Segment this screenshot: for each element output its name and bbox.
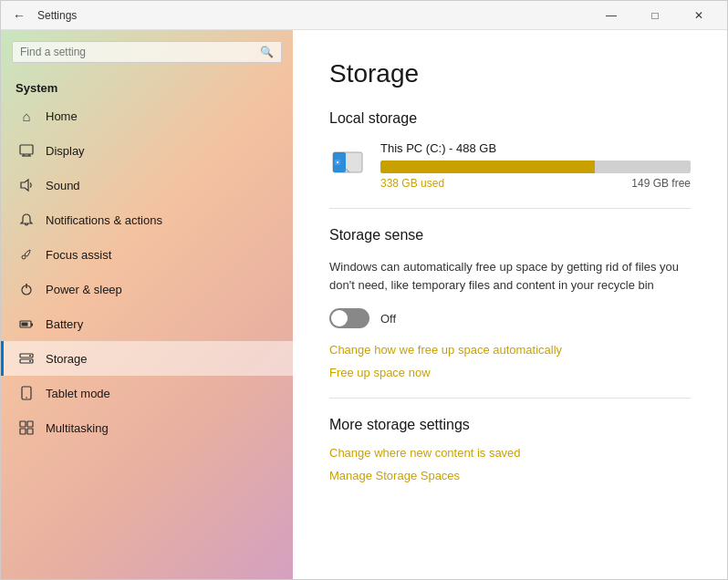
svg-rect-24 (337, 161, 338, 163)
svg-point-5 (22, 255, 26, 259)
search-input[interactable] (20, 46, 255, 58)
svg-marker-4 (21, 180, 28, 191)
minimize-button[interactable]: — (590, 1, 632, 30)
sidebar-item-label: Notifications & actions (46, 213, 162, 227)
change-content-saved-link[interactable]: Change where new content is saved (329, 446, 691, 460)
battery-icon (18, 316, 35, 332)
svg-point-13 (29, 355, 31, 357)
free-up-space-link[interactable]: Free up space now (329, 366, 691, 379)
sidebar-item-label: Tablet mode (46, 387, 110, 400)
change-free-space-link[interactable]: Change how we free up space automaticall… (329, 343, 691, 357)
sidebar-item-label: Battery (46, 317, 83, 331)
settings-window: ← Settings — □ ✕ 🔍 System ⌂ Home (0, 0, 728, 580)
tablet-icon (18, 385, 35, 401)
storage-bar (380, 161, 691, 173)
back-button[interactable]: ← (8, 5, 30, 26)
display-icon (18, 142, 35, 159)
sidebar-item-notifications[interactable]: Notifications & actions (1, 202, 293, 237)
svg-point-14 (29, 360, 31, 362)
window-controls: — □ ✕ (590, 1, 720, 30)
manage-storage-spaces-link[interactable]: Manage Storage Spaces (329, 469, 691, 482)
page-title: Storage (329, 59, 691, 88)
title-bar-left: ← Settings (8, 5, 590, 26)
sidebar-item-label: Storage (46, 352, 88, 366)
search-box[interactable]: 🔍 (12, 41, 282, 63)
search-icon: 🔍 (260, 46, 274, 58)
sidebar-item-focus[interactable]: Focus assist (1, 237, 293, 272)
svg-rect-19 (20, 429, 26, 434)
drive-details: This PC (C:) - 488 GB 338 GB used 149 GB… (380, 141, 691, 190)
toggle-row: Off (329, 308, 691, 328)
storage-usage: 338 GB used 149 GB free (380, 177, 691, 190)
title-bar: ← Settings — □ ✕ (1, 1, 727, 30)
toggle-label: Off (380, 312, 396, 326)
power-icon (18, 281, 35, 297)
notifications-icon (18, 212, 35, 228)
divider (329, 208, 691, 209)
svg-rect-20 (27, 429, 33, 434)
drive-name: This PC (C:) - 488 GB (380, 141, 691, 155)
main-panel: Storage Local storage This PC (C:) - 488 (293, 30, 727, 579)
sidebar-item-multitasking[interactable]: Multitasking (1, 410, 293, 445)
sidebar-item-label: Display (46, 144, 85, 158)
sidebar-item-power[interactable]: Power & sleep (1, 272, 293, 306)
divider-2 (329, 398, 691, 399)
svg-rect-10 (22, 323, 28, 326)
used-label: 338 GB used (380, 177, 444, 190)
free-label: 149 GB free (631, 177, 691, 190)
sidebar-item-home[interactable]: ⌂ Home (1, 98, 293, 133)
svg-rect-0 (20, 145, 33, 154)
svg-point-16 (26, 397, 27, 399)
storage-bar-fill (380, 161, 595, 173)
sidebar-section-label: System (1, 74, 293, 98)
multitasking-icon (18, 419, 35, 436)
svg-rect-9 (31, 324, 33, 326)
storage-sense-description: Windows can automatically free up space … (329, 258, 691, 294)
focus-icon (18, 246, 35, 263)
toggle-knob (331, 310, 348, 326)
drive-item: This PC (C:) - 488 GB 338 GB used 149 GB… (329, 141, 691, 190)
window-title: Settings (37, 9, 77, 22)
sidebar-item-storage[interactable]: Storage (1, 341, 293, 376)
svg-rect-18 (27, 421, 33, 427)
drive-icon (329, 143, 366, 180)
close-button[interactable]: ✕ (678, 1, 720, 30)
local-storage-title: Local storage (329, 110, 691, 127)
sidebar-item-display[interactable]: Display (1, 133, 293, 168)
storage-icon (18, 350, 35, 367)
sidebar-item-label: Focus assist (46, 248, 111, 262)
sidebar-item-label: Home (46, 109, 78, 123)
more-settings-title: More storage settings (329, 417, 691, 433)
storage-sense-title: Storage sense (329, 227, 691, 243)
sidebar-item-label: Sound (46, 179, 80, 192)
sidebar-item-sound[interactable]: Sound (1, 168, 293, 202)
sidebar-item-battery[interactable]: Battery (1, 306, 293, 341)
sidebar-item-label: Power & sleep (46, 283, 122, 296)
sidebar-item-label: Multitasking (46, 421, 109, 435)
storage-sense-toggle[interactable] (329, 308, 369, 328)
sidebar-item-tablet[interactable]: Tablet mode (1, 376, 293, 410)
main-content: 🔍 System ⌂ Home Display (1, 30, 727, 579)
sound-icon (18, 177, 35, 193)
maximize-button[interactable]: □ (634, 1, 676, 30)
sidebar: 🔍 System ⌂ Home Display (1, 30, 293, 579)
svg-rect-17 (20, 421, 26, 427)
home-icon: ⌂ (18, 108, 35, 124)
